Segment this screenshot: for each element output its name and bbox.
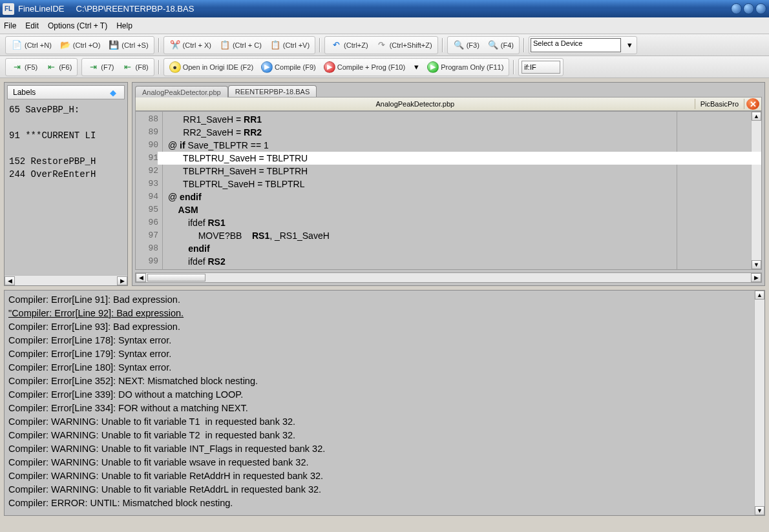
chevron-down-icon[interactable]: ▾ bbox=[410, 61, 422, 73]
dropdown-icon[interactable]: ◆ bbox=[107, 87, 119, 98]
tab-analogpeak[interactable]: AnalogPeakDetector.pbp bbox=[135, 86, 228, 97]
output-line[interactable]: Compiler: Error[Line 334]: FOR without a… bbox=[8, 402, 750, 415]
output-text[interactable]: Compiler: Error[Line 91]: Bad expression… bbox=[5, 291, 754, 515]
output-line[interactable]: Compiler: WARNING: Unable to fit variabl… bbox=[8, 483, 750, 496]
scroll-up-icon[interactable]: ▲ bbox=[752, 112, 761, 121]
code-line[interactable]: RR1_SaveH = RR1 bbox=[168, 113, 751, 126]
minimize-button[interactable] bbox=[731, 3, 742, 14]
output-line[interactable]: Compiler: Error[Line 91]: Bad expression… bbox=[8, 293, 750, 307]
tab-reenterpbp[interactable]: REENTERPBP-18.BAS bbox=[228, 85, 317, 97]
output-line[interactable]: Compiler: WARNING: Unable to fit variabl… bbox=[8, 456, 750, 469]
find-next-button[interactable]: 🔍(F4) bbox=[485, 38, 516, 52]
indent-f5-button[interactable]: ⇥(F5) bbox=[8, 60, 40, 74]
code-line[interactable]: TBLPTRH_SaveH = TBLPTRH bbox=[168, 165, 751, 178]
compile-button[interactable]: ▶Compile (F9) bbox=[258, 60, 319, 74]
redo-icon: ↷ bbox=[376, 39, 388, 51]
output-line[interactable]: Compiler: WARNING: Unable to fit variabl… bbox=[8, 469, 750, 483]
code-line[interactable]: ifdef RS1 bbox=[168, 216, 751, 229]
uncomment-icon: ⇤ bbox=[122, 61, 134, 73]
scroll-left-icon[interactable]: ◀ bbox=[136, 273, 146, 282]
output-line[interactable]: Compiler: Error[Line 352]: NEXT: Mismatc… bbox=[8, 374, 750, 388]
labels-header[interactable]: Labels ◆ bbox=[7, 85, 125, 99]
open-orig-ide-button[interactable]: ●Open in Origi IDE (F2) bbox=[167, 60, 256, 74]
code-line[interactable]: MOVE?BB RS2. RS2 SaveH bbox=[168, 268, 751, 270]
save-file-button[interactable]: 💾(Ctrl +S) bbox=[105, 38, 151, 52]
folder-open-icon: 📂 bbox=[59, 39, 71, 51]
close-tab-icon[interactable]: ✕ bbox=[746, 98, 759, 110]
new-file-button[interactable]: 📄(Ctrl +N) bbox=[8, 38, 54, 52]
open-file-button[interactable]: 📂(Ctrl +O) bbox=[57, 38, 103, 52]
play-icon: ▶ bbox=[261, 61, 273, 73]
device-select[interactable]: Select a Device bbox=[531, 38, 621, 52]
labels-panel: Labels ◆ 65 SavePBP_H: 91 ***CURRENT LI … bbox=[4, 82, 128, 286]
comment-f7-button[interactable]: ⇥(F7) bbox=[85, 60, 116, 74]
compile-prog-button[interactable]: ▶Compile + Prog (F10) bbox=[321, 60, 408, 74]
paste-button[interactable]: 📋(Ctrl +V) bbox=[267, 38, 312, 52]
code-line[interactable]: TBLPTRU_SaveH = TBLPTRU bbox=[168, 152, 751, 165]
comment-icon: ⇥ bbox=[87, 61, 99, 73]
search-next-icon: 🔍 bbox=[487, 39, 499, 51]
indent-f6-button[interactable]: ⇤(F6) bbox=[43, 60, 74, 74]
file-new-icon: 📄 bbox=[11, 39, 23, 51]
output-line[interactable]: Compiler: WARNING: Unable to fit variabl… bbox=[8, 429, 750, 442]
editor-vscrollbar[interactable]: ▲ ▼ bbox=[751, 112, 761, 269]
editor[interactable]: 88 89 90 91 92 93 94 95 96 97 98 99 100 … bbox=[135, 111, 762, 270]
code-line[interactable]: @ endif bbox=[168, 190, 751, 203]
code-area[interactable]: RR1_SaveH = RR1 RR2_SaveH = RR2@ if Save… bbox=[163, 112, 751, 269]
menu-help[interactable]: Help bbox=[116, 21, 132, 30]
scroll-up-icon[interactable]: ▲ bbox=[755, 291, 764, 300]
play-record-icon: ▶ bbox=[324, 61, 335, 73]
close-button[interactable] bbox=[755, 3, 766, 14]
toolbar-main: 📄(Ctrl +N) 📂(Ctrl +O) 💾(Ctrl +S) ✂️(Ctrl… bbox=[0, 34, 769, 56]
cut-button[interactable]: ✂️(Ctrl + X) bbox=[167, 38, 214, 52]
output-line[interactable]: Compiler: ERROR: UNTIL: Mismatched block… bbox=[8, 496, 750, 510]
find-button[interactable]: 🔍(F3) bbox=[450, 38, 482, 52]
editor-hscrollbar[interactable]: ◀ ▶ bbox=[135, 272, 762, 283]
editor-tabs: AnalogPeakDetector.pbp REENTERPBP-18.BAS bbox=[132, 83, 764, 97]
output-line[interactable]: Compiler: WARNING: Unable to fit variabl… bbox=[8, 415, 750, 429]
scroll-down-icon[interactable]: ▼ bbox=[752, 260, 761, 269]
language-badge[interactable]: PicBasicPro bbox=[695, 99, 744, 109]
scroll-down-icon[interactable]: ▼ bbox=[755, 506, 764, 515]
scroll-right-icon[interactable]: ▶ bbox=[751, 273, 761, 282]
output-line[interactable]: Compiler: Error[Line 339]: DO without a … bbox=[8, 388, 750, 402]
scroll-thumb[interactable] bbox=[147, 274, 205, 281]
labels-list[interactable]: 65 SavePBP_H: 91 ***CURRENT LI 152 Resto… bbox=[7, 102, 125, 275]
toolbar-build: ⇥(F5) ⇤(F6) ⇥(F7) ⇤(F8) ●Open in Origi I… bbox=[0, 56, 769, 78]
menu-file[interactable]: File bbox=[4, 21, 16, 30]
snippet-field[interactable]: if:IF bbox=[521, 61, 560, 74]
menu-edit[interactable]: Edit bbox=[25, 21, 39, 30]
menu-options[interactable]: Options (Ctrl + T) bbox=[48, 21, 107, 30]
code-line[interactable]: TBLPTRL_SaveH = TBLPTRL bbox=[168, 178, 751, 190]
program-only-button[interactable]: ▶Program Only (F11) bbox=[425, 60, 506, 74]
output-line[interactable]: Compiler: Error[Line 180]: Syntax error. bbox=[8, 361, 750, 374]
editor-panel: AnalogPeakDetector.pbp REENTERPBP-18.BAS… bbox=[132, 82, 765, 286]
labels-hscrollbar[interactable]: ◀ ▶ bbox=[5, 275, 127, 285]
maximize-button[interactable] bbox=[743, 3, 754, 14]
code-line[interactable]: endif bbox=[168, 242, 751, 255]
output-line[interactable]: "Compiler: Error[Line 92]: Bad expressio… bbox=[8, 307, 750, 320]
redo-button[interactable]: ↷(Ctrl+Shift+Z) bbox=[374, 38, 435, 52]
code-line[interactable]: ifdef RS2 bbox=[168, 255, 751, 268]
output-line[interactable]: Compiler: Error[Line 179]: Syntax error. bbox=[8, 347, 750, 361]
code-line[interactable]: @ if Save_TBLPTR == 1 bbox=[168, 139, 751, 152]
output-line[interactable]: Compiler: Error[Line 178]: Syntax error. bbox=[8, 334, 750, 347]
paste-icon: 📋 bbox=[269, 39, 281, 51]
scroll-right-icon[interactable]: ▶ bbox=[117, 276, 127, 285]
output-line[interactable]: Compiler: Error[Line 93]: Bad expression… bbox=[8, 320, 750, 334]
copy-button[interactable]: 📋(Ctrl + C) bbox=[216, 38, 264, 52]
undo-button[interactable]: ↶(Ctrl+Z) bbox=[328, 38, 371, 52]
title-bar: FL FineLineIDE C:\PBP\REENTERPBP-18.BAS bbox=[0, 0, 769, 17]
file-path: C:\PBP\REENTERPBP-18.BAS bbox=[76, 4, 195, 14]
chevron-down-icon[interactable]: ▾ bbox=[624, 39, 635, 51]
play-prog-icon: ▶ bbox=[427, 61, 439, 73]
scroll-left-icon[interactable]: ◀ bbox=[5, 276, 15, 285]
output-vscrollbar[interactable]: ▲ ▼ bbox=[754, 291, 764, 515]
output-line[interactable]: Compiler: WARNING: Unable to fit variabl… bbox=[8, 442, 750, 456]
code-line[interactable]: MOVE?BB RS1, _RS1_SaveH bbox=[168, 229, 751, 242]
code-line[interactable]: ASM bbox=[168, 203, 751, 216]
code-line[interactable]: RR2_SaveH = RR2 bbox=[168, 126, 751, 139]
app-logo-icon: FL bbox=[3, 3, 14, 15]
uncomment-f8-button[interactable]: ⇤(F8) bbox=[120, 60, 151, 74]
open-ide-icon: ● bbox=[169, 61, 181, 73]
